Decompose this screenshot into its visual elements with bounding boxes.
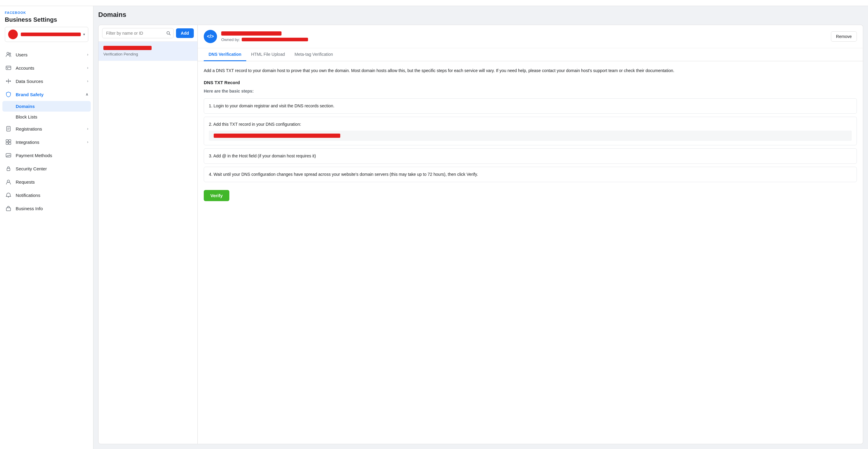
domain-name-bar xyxy=(103,46,152,50)
business-settings-title: Business Settings xyxy=(5,16,88,23)
facebook-logo: FACEBOOK xyxy=(5,11,88,14)
dns-step-1-text: 1. Login to your domain registrar and vi… xyxy=(209,103,334,108)
sidebar-item-data-sources[interactable]: Data Sources › xyxy=(0,74,93,88)
sidebar-sub-item-domains-label: Domains xyxy=(16,104,35,109)
domain-detail-header: </> Owned by: Remove xyxy=(198,25,863,48)
add-domain-button[interactable]: Add xyxy=(176,28,194,38)
domain-list-body: Verification Pending xyxy=(98,41,197,444)
sidebar-item-security-center[interactable]: Security Center xyxy=(0,162,93,175)
account-avatar xyxy=(8,30,18,39)
sidebar-sub-item-block-lists[interactable]: Block Lists xyxy=(0,112,93,122)
svg-point-4 xyxy=(8,81,9,82)
dns-step-3: 3. Add @ in the Host field (if your doma… xyxy=(204,148,857,164)
svg-point-6 xyxy=(10,81,11,82)
svg-point-0 xyxy=(7,53,9,55)
svg-point-5 xyxy=(6,81,7,82)
owned-by-value-bar xyxy=(242,38,308,41)
chevron-right-icon: › xyxy=(87,79,88,83)
domain-status: Verification Pending xyxy=(103,52,193,56)
account-selector[interactable]: ▾ xyxy=(5,27,88,42)
svg-point-1 xyxy=(9,53,11,55)
sidebar-item-business-info-label: Business Info xyxy=(16,206,88,211)
search-input[interactable] xyxy=(102,28,174,38)
sidebar-item-accounts-label: Accounts xyxy=(16,65,87,70)
list-item[interactable]: Verification Pending xyxy=(98,41,197,61)
sidebar-item-users[interactable]: Users › xyxy=(0,48,93,61)
sidebar-item-integrations-label: Integrations xyxy=(16,140,87,145)
tab-dns-verification[interactable]: DNS Verification xyxy=(204,48,246,61)
integrations-icon xyxy=(5,139,12,146)
domain-list-panel: Add Verification Pending xyxy=(98,25,198,444)
tabs-row: DNS Verification HTML File Upload Meta-t… xyxy=(198,48,863,61)
sidebar-item-security-center-label: Security Center xyxy=(16,166,88,171)
sidebar-item-requests[interactable]: Requests xyxy=(0,175,93,188)
dns-step-2: 2. Add this TXT record in your DNS confi… xyxy=(204,117,857,145)
domain-detail-content: Add a DNS TXT record to your domain host… xyxy=(198,61,863,444)
svg-rect-10 xyxy=(6,142,8,144)
business-info-icon xyxy=(5,205,12,212)
users-icon xyxy=(5,51,12,58)
sidebar-item-brand-safety[interactable]: Brand Safety ∧ xyxy=(0,88,93,101)
chevron-right-icon: › xyxy=(87,66,88,70)
account-name-bar xyxy=(21,33,81,36)
tab-html-file-upload[interactable]: HTML File Upload xyxy=(246,48,290,61)
txt-record-value-bar xyxy=(214,133,340,138)
chevron-down-icon: ▾ xyxy=(83,32,85,36)
svg-rect-13 xyxy=(7,168,10,171)
dns-step-2-text: 2. Add this TXT record in your DNS confi… xyxy=(209,122,301,127)
dns-section-title: DNS TXT Record xyxy=(204,80,857,85)
dns-steps-label: Here are the basic steps: xyxy=(204,89,857,93)
sidebar-item-business-info[interactable]: Business Info xyxy=(0,202,93,215)
security-center-icon xyxy=(5,165,12,172)
domain-title-bar xyxy=(221,31,281,36)
svg-rect-3 xyxy=(7,68,8,69)
sidebar-sub-item-domains[interactable]: Domains xyxy=(2,101,91,112)
domain-detail-panel: </> Owned by: Remove DNS Verification HT… xyxy=(198,25,863,444)
sidebar-item-users-label: Users xyxy=(16,52,87,57)
sidebar-item-accounts[interactable]: Accounts › xyxy=(0,61,93,74)
svg-rect-11 xyxy=(9,142,11,144)
sidebar-item-registrations[interactable]: Registrations › xyxy=(0,122,93,136)
verify-button[interactable]: Verify xyxy=(204,190,229,201)
svg-rect-2 xyxy=(6,66,11,70)
sidebar-item-brand-safety-label: Brand Safety xyxy=(16,92,86,97)
dns-txt-record-box xyxy=(209,130,852,141)
sidebar-item-payment-methods-label: Payment Methods xyxy=(16,153,88,158)
remove-domain-button[interactable]: Remove xyxy=(831,31,857,41)
domain-owned-row: Owned by: xyxy=(221,37,827,42)
sidebar-item-data-sources-label: Data Sources xyxy=(16,79,87,84)
sidebar-item-notifications[interactable]: Notifications xyxy=(0,188,93,202)
sidebar-item-notifications-label: Notifications xyxy=(16,193,88,198)
requests-icon xyxy=(5,178,12,185)
notifications-icon xyxy=(5,191,12,199)
svg-rect-9 xyxy=(9,140,11,142)
data-sources-icon xyxy=(5,78,12,85)
dns-description: Add a DNS TXT record to your domain host… xyxy=(204,67,857,74)
registrations-icon xyxy=(5,125,12,132)
sidebar-sub-item-block-lists-label: Block Lists xyxy=(16,114,37,119)
search-input-wrapper xyxy=(102,28,174,38)
sidebar-item-payment-methods[interactable]: Payment Methods xyxy=(0,149,93,162)
sidebar: FACEBOOK Business Settings ▾ xyxy=(0,6,93,449)
chevron-right-icon: › xyxy=(87,140,88,144)
dns-step-1: 1. Login to your domain registrar and vi… xyxy=(204,98,857,114)
accounts-icon xyxy=(5,64,12,71)
chevron-right-icon: › xyxy=(87,127,88,131)
chevron-right-icon: › xyxy=(87,53,88,57)
tab-meta-tag-verification[interactable]: Meta-tag Verification xyxy=(290,48,338,61)
svg-rect-8 xyxy=(6,140,8,142)
dns-step-4: 4. Wait until your DNS configuration cha… xyxy=(204,167,857,182)
dns-step-3-text: 3. Add @ in the Host field (if your doma… xyxy=(209,153,316,158)
chevron-down-icon: ∧ xyxy=(86,92,88,96)
payment-methods-icon xyxy=(5,152,12,159)
domain-list-header: Add xyxy=(98,25,197,41)
domain-code-icon: </> xyxy=(204,30,217,43)
domain-header-info: Owned by: xyxy=(221,31,827,42)
main-content: Domains Add xyxy=(93,6,868,449)
sidebar-item-integrations[interactable]: Integrations › xyxy=(0,136,93,149)
svg-rect-15 xyxy=(6,208,10,211)
search-icon xyxy=(166,31,170,35)
sidebar-item-requests-label: Requests xyxy=(16,179,88,184)
sidebar-item-registrations-label: Registrations xyxy=(16,126,87,131)
brand-safety-icon xyxy=(5,91,12,98)
